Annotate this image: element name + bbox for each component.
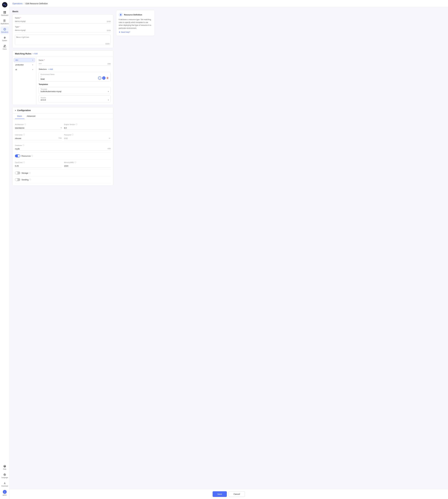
basic-section: Basic Name * 10/30 (13, 10, 113, 48)
rule-name-input[interactable] (39, 62, 111, 66)
template-select[interactable]: Template builtin/kubernetes-mysql ▾ (39, 87, 111, 94)
username-label: Username ⓘ (15, 134, 62, 136)
resources-toggle[interactable] (15, 155, 20, 157)
matching-rules-card: Matching Rules + Add dev × production (13, 51, 113, 105)
rule-label-dev: dev (16, 59, 18, 61)
sidebar-item-operations[interactable]: Operations (0, 26, 9, 34)
selector-actions: − + 🗑 (98, 76, 109, 80)
seeding-toggle-row: Seeding ⓘ (15, 176, 111, 183)
cancel-button[interactable]: Cancel (229, 491, 245, 497)
selector-delete-button[interactable]: 🗑 (106, 77, 109, 79)
description-field: 0/200 (15, 35, 111, 46)
sidebar-label-system: System (2, 40, 7, 42)
storage-toggle[interactable] (15, 172, 20, 174)
admin-icon: a (3, 490, 7, 494)
main-area: Operations / Edit Resource Definition Ba… (10, 0, 448, 499)
svg-rect-4 (5, 13, 6, 14)
rule-name-field: Name * 3/30 (39, 59, 111, 66)
password-label: Password ⓘ (64, 134, 111, 136)
selector-row: Environment Name 1 − + 🗑 (39, 72, 111, 81)
sidebar-item-users[interactable]: Users (0, 43, 9, 51)
sidebar-item-language[interactable]: Language (0, 472, 9, 480)
config-header[interactable]: ▾ Configuration (13, 107, 113, 114)
cpu-value-row: 0.25 (15, 164, 62, 168)
name-field: Name * 10/30 (15, 17, 111, 24)
tab-advanced[interactable]: Advanced (24, 114, 38, 119)
name-label: Name * (15, 17, 111, 19)
tab-basic[interactable]: Basic (15, 114, 24, 119)
username-info-icon: ⓘ (23, 134, 25, 136)
type-input[interactable] (15, 28, 111, 32)
sidebar-label-download: Download (1, 485, 8, 487)
users-icon (3, 45, 6, 48)
svg-rect-11 (120, 14, 121, 16)
rule-close-production[interactable]: × (32, 64, 33, 66)
svg-rect-9 (3, 22, 4, 22)
seeding-toggle[interactable] (15, 178, 20, 181)
rule-close-dev[interactable]: × (32, 59, 33, 61)
selector-add-button[interactable]: + (102, 76, 106, 80)
ops-icon (3, 28, 6, 31)
architecture-chevron-icon: ▾ (61, 127, 62, 129)
selector-remove-button[interactable]: − (98, 76, 101, 80)
database-field: Database ⓘ mydb 4/64 (15, 144, 111, 151)
sidebar-label-operations: Operations (1, 31, 8, 33)
matching-rules-header: Matching Rules + Add (13, 51, 113, 57)
template-label: Template (41, 88, 109, 90)
version-select[interactable]: Version v0.3.0 ▾ (39, 95, 111, 102)
breadcrumb-link[interactable]: Operations (13, 2, 22, 5)
description-wrap: 0/200 (15, 35, 111, 46)
sidebar-item-dashboard[interactable]: Dashboard (0, 10, 9, 17)
app-logo[interactable] (2, 2, 8, 8)
sidebar-item-system[interactable]: System (0, 35, 9, 43)
description-input[interactable] (15, 35, 111, 45)
need-help-link[interactable]: Need help? (119, 31, 152, 33)
config-tabs: Basic Advanced (13, 114, 113, 119)
architecture-info-icon: ⓘ (24, 123, 26, 126)
matching-rules-section: Matching Rules + Add dev × production (13, 51, 113, 105)
matching-rules-title: Matching Rules (15, 52, 32, 55)
sidebar-item-download[interactable]: Download (0, 480, 9, 488)
apps-icon (3, 19, 6, 22)
sidebar-item-admin[interactable]: a admin (0, 489, 9, 497)
system-icon (3, 36, 6, 39)
templates-section: Templates Template builtin/kubernetes-my… (39, 83, 111, 102)
rule-tag-dr[interactable]: dr × (14, 68, 35, 72)
username-counter: 7/16 (59, 137, 62, 139)
sidebar-item-applications[interactable]: Applications (0, 18, 9, 26)
architecture-label: Architecture ⓘ (15, 123, 62, 126)
engine-version-value: 8.0 (64, 127, 67, 129)
rule-name-input-wrap: 3/30 (39, 62, 111, 66)
selector-value-input[interactable] (41, 78, 97, 80)
type-input-wrap: 10/30 (15, 28, 111, 32)
save-button[interactable]: Save (213, 491, 227, 497)
memory-label: Memory(MiB) ⓘ (64, 161, 111, 164)
add-rule-button[interactable]: + Add (32, 52, 38, 55)
sidebar-item-help[interactable]: Help (0, 464, 9, 471)
config-content: Architecture ⓘ standalone ▾ Engine Versi… (13, 119, 113, 185)
rule-close-dr[interactable]: × (32, 69, 33, 71)
footer: Save Cancel (10, 489, 448, 499)
username-value: rdsuser (15, 137, 21, 139)
memory-value: 1024 (64, 165, 68, 167)
template-value-row: builtin/kubernetes-mysql ▾ (41, 90, 109, 93)
resources-toggle-row: Resources ⓘ (15, 153, 111, 159)
type-counter: 10/30 (107, 30, 111, 31)
templates-title: Templates (39, 83, 111, 86)
memory-value-row: 1024 (64, 164, 111, 168)
sidebar-label-language: Language (1, 477, 8, 479)
database-value: mydb (15, 148, 20, 150)
rule-tag-production[interactable]: production × (14, 63, 35, 67)
info-card-description: It declares a resource type. Set matchin… (119, 18, 152, 30)
rule-tag-dev[interactable]: dev × (14, 58, 35, 62)
add-selector-button[interactable]: + Add (48, 68, 53, 70)
svg-rect-10 (5, 22, 5, 22)
info-card: Resource Definition It declares a resour… (116, 10, 155, 36)
sidebar-bottom: Help Language Download a admin (0, 464, 9, 497)
password-visibility-toggle[interactable]: 👁 (109, 137, 111, 139)
download-icon (3, 482, 6, 485)
storage-toggle-row: Storage ⓘ (15, 170, 111, 176)
rule-label-production: production (16, 64, 24, 66)
form-area: Basic Name * 10/30 (13, 10, 113, 486)
name-input[interactable] (15, 19, 111, 23)
